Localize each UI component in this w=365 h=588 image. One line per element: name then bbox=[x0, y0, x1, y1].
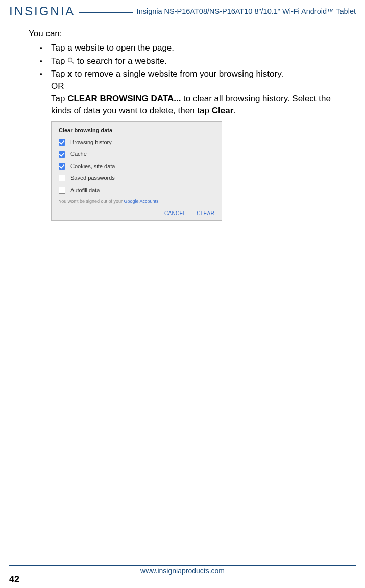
page-number: 42 bbox=[9, 574, 19, 585]
dialog-row: Cache bbox=[59, 150, 214, 158]
clear-button[interactable]: CLEAR bbox=[197, 210, 214, 216]
google-accounts-link[interactable]: Google Accounts bbox=[124, 199, 158, 204]
x-key: x bbox=[67, 69, 72, 79]
clear-label: Clear bbox=[212, 106, 234, 115]
dialog-row: Saved passwords bbox=[59, 174, 214, 182]
bullet-text: Tap a website to open the page. bbox=[51, 43, 174, 53]
bullet-post: to remove a single website from your bro… bbox=[72, 69, 284, 79]
period: . bbox=[233, 106, 236, 115]
dialog-actions: CANCEL CLEAR bbox=[59, 210, 214, 217]
page-content: You can: Tap a website to open the page.… bbox=[0, 18, 365, 221]
checkbox-label: Browsing history bbox=[70, 138, 112, 146]
youcan-label: You can: bbox=[29, 28, 351, 40]
page-footer: www.insigniaproducts.com bbox=[0, 565, 365, 575]
checkbox-icon[interactable] bbox=[59, 151, 65, 158]
brand-logo: INSIGNIA bbox=[9, 4, 75, 18]
note-pre: You won't be signed out of your bbox=[59, 199, 124, 204]
list-item: Tap x to remove a single website from yo… bbox=[51, 68, 351, 220]
list-item: Tap to search for a website. bbox=[51, 55, 351, 67]
clear-browsing-data-label: CLEAR BROWSING DATA... bbox=[67, 93, 181, 103]
checkbox-icon[interactable] bbox=[59, 163, 65, 170]
checkbox-label: Cookies, site data bbox=[70, 162, 115, 170]
cancel-button[interactable]: CANCEL bbox=[164, 210, 186, 216]
checkbox-label: Saved passwords bbox=[70, 174, 115, 182]
dialog-row: Autofill data bbox=[59, 186, 214, 194]
page-header: INSIGNIA Insignia NS-P16AT08/NS-P16AT10 … bbox=[0, 0, 365, 18]
list-item: Tap a website to open the page. bbox=[51, 42, 351, 54]
or-text: OR bbox=[51, 81, 64, 91]
bullet-pre: Tap bbox=[51, 69, 67, 79]
bullet-post: to search for a website. bbox=[75, 56, 166, 66]
checkbox-icon[interactable] bbox=[59, 187, 65, 194]
bullet-pre: Tap bbox=[51, 56, 67, 66]
instruction-list: Tap a website to open the page. Tap to s… bbox=[29, 42, 351, 221]
dialog-note: You won't be signed out of your Google A… bbox=[59, 198, 214, 205]
dialog-row: Browsing history bbox=[59, 138, 214, 146]
svg-point-0 bbox=[68, 58, 72, 62]
line2a: Tap bbox=[51, 93, 67, 103]
header-rule bbox=[79, 12, 132, 13]
footer-rule bbox=[9, 565, 356, 566]
checkbox-label: Autofill data bbox=[70, 186, 100, 194]
svg-line-1 bbox=[72, 61, 74, 63]
footer-url: www.insigniaproducts.com bbox=[0, 567, 365, 575]
search-icon bbox=[67, 57, 75, 64]
checkbox-icon[interactable] bbox=[59, 139, 65, 146]
checkbox-icon[interactable] bbox=[59, 175, 65, 181]
dialog-title: Clear browsing data bbox=[59, 127, 214, 134]
clear-browsing-dialog: Clear browsing data Browsing history Cac… bbox=[51, 121, 222, 221]
dialog-row: Cookies, site data bbox=[59, 162, 214, 170]
checkbox-label: Cache bbox=[70, 150, 87, 158]
document-title: Insignia NS-P16AT08/NS-P16AT10 8"/10.1" … bbox=[137, 7, 356, 15]
